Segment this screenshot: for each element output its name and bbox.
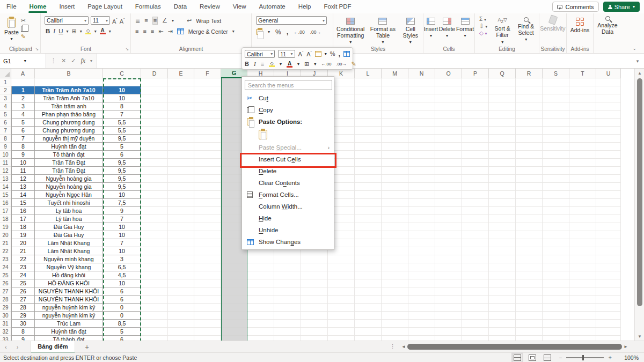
- cell-B16[interactable]: Tuyết nhi hinoshi: [35, 199, 103, 207]
- cell-C2[interactable]: 10: [103, 86, 141, 94]
- scroll-up-icon[interactable]: ▲: [635, 69, 644, 77]
- cell-A33[interactable]: 9: [11, 336, 35, 341]
- cell-H33[interactable]: [247, 336, 274, 341]
- mini-italic-button[interactable]: I: [254, 61, 256, 67]
- cell-B24[interactable]: Nguyễn Vỹ khang: [35, 263, 103, 271]
- cell-D8[interactable]: [141, 135, 168, 143]
- cell-N22[interactable]: [408, 247, 435, 255]
- cell-O10[interactable]: [435, 151, 462, 159]
- cell-M33[interactable]: [382, 336, 408, 341]
- context-menu-item-show-changes[interactable]: Show Changes: [242, 236, 334, 248]
- cell-C11[interactable]: 9,5: [103, 159, 141, 167]
- cell-Q2[interactable]: [489, 86, 516, 94]
- cell-B32[interactable]: Huỳnh tấn đạt: [35, 328, 103, 336]
- cell-F3[interactable]: [194, 94, 221, 102]
- cell-N17[interactable]: [408, 207, 435, 215]
- cell-R31[interactable]: [516, 320, 543, 328]
- cell-H26[interactable]: [247, 279, 274, 287]
- cell-S27[interactable]: [543, 287, 569, 295]
- cell-B11[interactable]: Trần Tấn Đạt: [35, 159, 103, 167]
- cell-B9[interactable]: Huỳnh tấn đạt: [35, 143, 103, 151]
- mini-fill-color-button[interactable]: ◇: [269, 62, 275, 67]
- cell-E4[interactable]: [168, 102, 194, 110]
- scrollbar-splitter-icon[interactable]: ⋮: [385, 343, 400, 350]
- cell-F4[interactable]: [194, 102, 221, 110]
- cell-E10[interactable]: [168, 151, 194, 159]
- cell-M11[interactable]: [382, 159, 408, 167]
- cell-R9[interactable]: [516, 143, 543, 151]
- cell-M28[interactable]: [382, 295, 408, 304]
- cell-T3[interactable]: [569, 94, 596, 102]
- cell-D19[interactable]: [141, 223, 168, 231]
- cell-G33[interactable]: [221, 336, 247, 341]
- underline-button[interactable]: U: [58, 28, 63, 34]
- cell-N11[interactable]: [408, 159, 435, 167]
- cell-R5[interactable]: [516, 110, 543, 119]
- horizontal-scrollbar[interactable]: ◄ ►: [400, 341, 644, 353]
- cell-Q30[interactable]: [489, 312, 516, 320]
- cell-Q31[interactable]: [489, 320, 516, 328]
- cell-Q19[interactable]: [489, 223, 516, 231]
- paste-option-button[interactable]: [242, 128, 334, 142]
- cell-U18[interactable]: [596, 215, 621, 223]
- cell-S15[interactable]: [543, 191, 569, 199]
- cell-S14[interactable]: [543, 183, 569, 191]
- cell-Q12[interactable]: [489, 167, 516, 175]
- cell-S18[interactable]: [543, 215, 569, 223]
- mini-format-painter-icon[interactable]: [315, 51, 321, 57]
- row-header-24[interactable]: 24: [0, 263, 11, 271]
- cell-L15[interactable]: [355, 191, 382, 199]
- column-header-C[interactable]: C: [103, 69, 141, 78]
- enter-icon[interactable]: ✓: [71, 57, 76, 64]
- cell-S2[interactable]: [543, 86, 569, 94]
- cell-K27[interactable]: [328, 287, 355, 295]
- cell-Q8[interactable]: [489, 135, 516, 143]
- cell-S7[interactable]: [543, 127, 569, 135]
- cell-U9[interactable]: [596, 143, 621, 151]
- cell-C10[interactable]: 6: [103, 151, 141, 159]
- cell-D5[interactable]: [141, 110, 168, 119]
- cell-L16[interactable]: [355, 199, 382, 207]
- cell-T22[interactable]: [569, 247, 596, 255]
- cell-P21[interactable]: [462, 239, 489, 247]
- row-header-19[interactable]: 19: [0, 223, 11, 231]
- cell-O9[interactable]: [435, 143, 462, 151]
- cell-O23[interactable]: [435, 255, 462, 263]
- cell-A32[interactable]: 8: [11, 328, 35, 336]
- cell-R3[interactable]: [516, 94, 543, 102]
- cell-D26[interactable]: [141, 279, 168, 287]
- row-header-17[interactable]: 17: [0, 207, 11, 215]
- cell-R22[interactable]: [516, 247, 543, 255]
- cell-R7[interactable]: [516, 127, 543, 135]
- row-header-6[interactable]: 6: [0, 119, 11, 127]
- menu-tab-automate[interactable]: Automate: [253, 0, 292, 13]
- cell-N6[interactable]: [408, 119, 435, 127]
- column-header-E[interactable]: E: [168, 69, 194, 78]
- cell-B8[interactable]: nguyễn thị mỹ duyên: [35, 135, 103, 143]
- cell-N23[interactable]: [408, 255, 435, 263]
- mini-align-icon[interactable]: ≡: [261, 61, 264, 67]
- row-header-13[interactable]: 13: [0, 175, 11, 183]
- cell-L8[interactable]: [355, 135, 382, 143]
- cell-S8[interactable]: [543, 135, 569, 143]
- column-header-O[interactable]: O: [435, 69, 462, 78]
- cell-S11[interactable]: [543, 159, 569, 167]
- cell-G27[interactable]: [221, 287, 247, 295]
- cell-N16[interactable]: [408, 199, 435, 207]
- cell-M23[interactable]: [382, 255, 408, 263]
- cell-O27[interactable]: [435, 287, 462, 295]
- cell-P6[interactable]: [462, 119, 489, 127]
- cell-O28[interactable]: [435, 295, 462, 304]
- cell-B31[interactable]: Trúc Lam: [35, 320, 103, 328]
- page-break-view-icon[interactable]: [544, 354, 551, 361]
- cell-J32[interactable]: [301, 328, 328, 336]
- next-sheet-icon[interactable]: ›: [12, 344, 24, 350]
- cell-L11[interactable]: [355, 159, 382, 167]
- cell-U5[interactable]: [596, 110, 621, 119]
- cell-F12[interactable]: [194, 167, 221, 175]
- cell-O25[interactable]: [435, 271, 462, 279]
- cell-T32[interactable]: [569, 328, 596, 336]
- cell-C3[interactable]: 10: [103, 94, 141, 102]
- column-header-T[interactable]: T: [569, 69, 596, 78]
- cell-E29[interactable]: [168, 304, 194, 312]
